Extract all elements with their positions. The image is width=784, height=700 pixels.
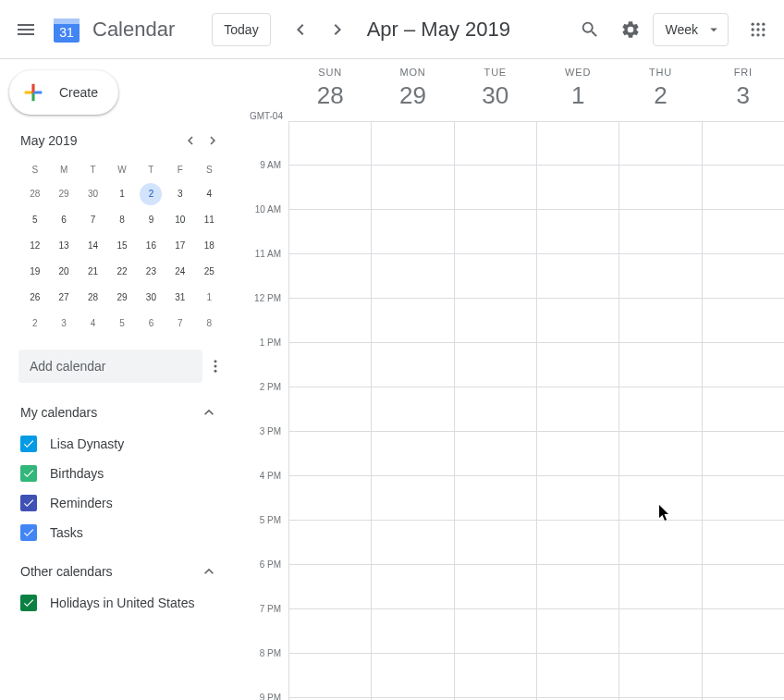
mini-cal-day[interactable]: 2 bbox=[20, 311, 49, 337]
mini-cal-day[interactable]: 31 bbox=[165, 285, 194, 311]
hour-cell[interactable] bbox=[372, 254, 453, 299]
hour-cell[interactable] bbox=[455, 299, 536, 343]
hour-cell[interactable] bbox=[455, 210, 536, 254]
hour-cell[interactable] bbox=[289, 609, 371, 654]
hour-cell[interactable] bbox=[455, 166, 536, 210]
hour-cell[interactable] bbox=[537, 387, 619, 432]
hour-cell[interactable] bbox=[455, 343, 536, 387]
hour-cell[interactable] bbox=[619, 343, 701, 387]
hour-cell[interactable] bbox=[537, 299, 619, 343]
mini-cal-day[interactable]: 24 bbox=[165, 259, 194, 285]
mini-cal-day[interactable]: 11 bbox=[195, 207, 224, 233]
hour-cell[interactable] bbox=[537, 121, 619, 166]
hour-cell[interactable] bbox=[372, 432, 453, 476]
mini-cal-day[interactable]: 29 bbox=[49, 181, 78, 207]
day-header[interactable]: WED1 bbox=[536, 59, 619, 121]
hour-cell[interactable] bbox=[455, 121, 536, 166]
mini-cal-day[interactable]: 2 bbox=[137, 181, 165, 207]
hour-cell[interactable] bbox=[289, 565, 371, 609]
hour-cell[interactable] bbox=[619, 565, 701, 609]
hour-cell[interactable] bbox=[703, 609, 784, 654]
hour-cell[interactable] bbox=[455, 609, 536, 654]
hour-cell[interactable] bbox=[372, 387, 453, 432]
hour-cell[interactable] bbox=[289, 521, 371, 565]
hour-cell[interactable] bbox=[619, 299, 701, 343]
hour-cell[interactable] bbox=[537, 210, 619, 254]
mini-cal-day[interactable]: 30 bbox=[79, 181, 107, 207]
mini-cal-day[interactable]: 21 bbox=[79, 259, 107, 285]
hour-cell[interactable] bbox=[537, 565, 619, 609]
hour-cell[interactable] bbox=[372, 210, 453, 254]
my-calendar-item[interactable]: Birthdays bbox=[20, 459, 218, 488]
mini-cal-day[interactable]: 3 bbox=[165, 181, 194, 207]
hour-cell[interactable] bbox=[703, 521, 784, 565]
hour-cell[interactable] bbox=[455, 521, 536, 565]
hour-cell[interactable] bbox=[703, 166, 784, 210]
mini-cal-day[interactable]: 22 bbox=[107, 259, 136, 285]
day-header[interactable]: SUN28 bbox=[288, 59, 371, 121]
my-calendars-header[interactable]: My calendars bbox=[20, 396, 218, 429]
mini-cal-next[interactable] bbox=[202, 129, 224, 152]
hour-cell[interactable] bbox=[619, 476, 701, 521]
hour-cell[interactable] bbox=[703, 299, 784, 343]
hour-cell[interactable] bbox=[537, 609, 619, 654]
mini-cal-day[interactable]: 1 bbox=[107, 181, 136, 207]
hour-cell[interactable] bbox=[537, 432, 619, 476]
hour-cell[interactable] bbox=[619, 210, 701, 254]
hour-cell[interactable] bbox=[372, 476, 453, 521]
my-calendar-item[interactable]: Lisa Dynasty bbox=[20, 429, 218, 459]
hour-cell[interactable] bbox=[372, 121, 453, 166]
hour-cell[interactable] bbox=[455, 387, 536, 432]
mini-cal-day[interactable]: 5 bbox=[107, 311, 136, 337]
hour-cell[interactable] bbox=[619, 387, 701, 432]
mini-cal-day[interactable]: 4 bbox=[79, 311, 107, 337]
hour-cell[interactable] bbox=[372, 299, 453, 343]
mini-cal-day[interactable]: 28 bbox=[79, 285, 107, 311]
hour-cell[interactable] bbox=[372, 565, 453, 609]
hour-cell[interactable] bbox=[289, 476, 371, 521]
hour-cell[interactable] bbox=[289, 166, 371, 210]
other-calendars-header[interactable]: Other calendars bbox=[20, 555, 218, 588]
hour-cell[interactable] bbox=[289, 210, 371, 254]
hour-cell[interactable] bbox=[289, 432, 371, 476]
mini-cal-day[interactable]: 20 bbox=[49, 259, 78, 285]
mini-cal-day[interactable]: 16 bbox=[137, 233, 165, 259]
hour-cell[interactable] bbox=[289, 121, 371, 166]
mini-cal-day[interactable]: 23 bbox=[137, 259, 165, 285]
mini-cal-day[interactable]: 10 bbox=[165, 207, 194, 233]
hour-cell[interactable] bbox=[537, 166, 619, 210]
mini-cal-day[interactable]: 7 bbox=[165, 311, 194, 337]
hour-cell[interactable] bbox=[289, 299, 371, 343]
mini-cal-day[interactable]: 6 bbox=[137, 311, 165, 337]
mini-cal-day[interactable]: 4 bbox=[195, 181, 224, 207]
mini-cal-day[interactable]: 27 bbox=[49, 285, 78, 311]
day-column[interactable] bbox=[619, 121, 701, 700]
mini-cal-day[interactable]: 14 bbox=[79, 233, 107, 259]
hour-cell[interactable] bbox=[703, 476, 784, 521]
mini-cal-day[interactable]: 19 bbox=[20, 259, 49, 285]
apps-button[interactable] bbox=[740, 11, 777, 48]
add-calendar-options[interactable] bbox=[202, 351, 227, 381]
mini-cal-day[interactable]: 18 bbox=[195, 233, 224, 259]
day-header[interactable]: TUE30 bbox=[454, 59, 536, 121]
mini-cal-day[interactable]: 15 bbox=[107, 233, 136, 259]
prev-period-button[interactable] bbox=[282, 11, 319, 48]
day-column[interactable] bbox=[288, 121, 371, 700]
search-button[interactable] bbox=[571, 11, 608, 48]
mini-cal-day[interactable]: 3 bbox=[49, 311, 78, 337]
hour-cell[interactable] bbox=[619, 166, 701, 210]
hour-cell[interactable] bbox=[289, 343, 371, 387]
mini-cal-day[interactable]: 7 bbox=[79, 207, 107, 233]
mini-cal-day[interactable]: 26 bbox=[20, 285, 49, 311]
mini-cal-prev[interactable] bbox=[179, 129, 202, 152]
day-column[interactable] bbox=[454, 121, 536, 700]
hour-cell[interactable] bbox=[619, 432, 701, 476]
hour-cell[interactable] bbox=[703, 432, 784, 476]
hour-cell[interactable] bbox=[455, 476, 536, 521]
hour-cell[interactable] bbox=[372, 343, 453, 387]
mini-cal-day[interactable]: 13 bbox=[49, 233, 78, 259]
hour-cell[interactable] bbox=[619, 121, 701, 166]
hour-cell[interactable] bbox=[289, 387, 371, 432]
day-header[interactable]: MON29 bbox=[371, 59, 453, 121]
hour-cell[interactable] bbox=[619, 609, 701, 654]
